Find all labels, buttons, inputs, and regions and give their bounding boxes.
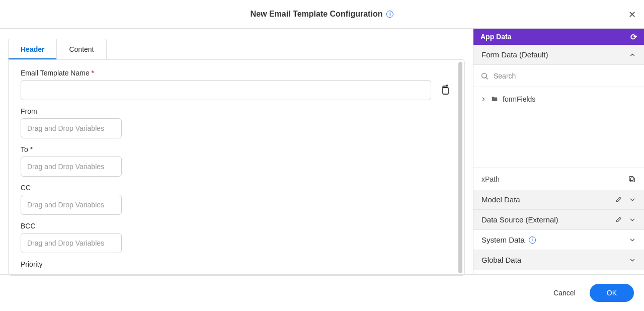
svg-rect-4 [629, 176, 633, 180]
from-input[interactable] [21, 118, 122, 138]
chevron-up-icon[interactable] [629, 51, 636, 58]
model-data-label: Model Data [481, 195, 520, 204]
edit-icon[interactable] [615, 216, 622, 223]
chevron-down-icon[interactable] [629, 257, 636, 264]
bcc-input[interactable] [21, 233, 122, 253]
copy-icon[interactable] [438, 83, 452, 97]
system-data-label: System Data [481, 236, 525, 244]
global-data-label: Global Data [481, 256, 521, 264]
form-panel: Email Template Name From [8, 59, 465, 276]
copy-xpath-icon[interactable] [628, 175, 636, 183]
xpath-label: xPath [481, 175, 500, 183]
section-form-data[interactable]: Form Data (Default) [473, 45, 644, 65]
tree-item-formfields[interactable]: formFields [478, 93, 639, 105]
to-label: To [21, 145, 452, 153]
bcc-label: BCC [21, 222, 452, 230]
page-title: New Email Template Configuration [251, 10, 383, 19]
cc-input[interactable] [21, 195, 122, 215]
ok-button[interactable]: OK [590, 284, 634, 302]
info-icon[interactable]: i [529, 237, 536, 244]
section-data-source[interactable]: Data Source (External) [473, 210, 644, 230]
folder-icon [491, 96, 499, 103]
scrollbar[interactable] [458, 62, 462, 273]
svg-rect-0 [443, 88, 448, 94]
section-global-data[interactable]: Global Data [473, 250, 644, 270]
cancel-button[interactable]: Cancel [553, 289, 576, 297]
chevron-right-icon[interactable] [480, 96, 487, 102]
svg-rect-3 [630, 178, 634, 182]
refresh-icon[interactable]: ⟳ [630, 32, 637, 42]
chevron-down-icon[interactable] [629, 216, 636, 223]
search-input[interactable] [494, 72, 637, 80]
from-label: From [21, 107, 452, 115]
cc-label: CC [21, 184, 452, 192]
to-input[interactable] [21, 157, 122, 177]
tab-content[interactable]: Content [57, 39, 106, 59]
info-icon[interactable]: i [386, 11, 393, 18]
data-source-label: Data Source (External) [481, 215, 558, 224]
close-icon[interactable]: ✕ [628, 9, 636, 20]
search-icon [480, 72, 489, 80]
chevron-down-icon[interactable] [629, 196, 636, 203]
template-name-label: Email Template Name [21, 69, 452, 77]
form-data-label: Form Data (Default) [481, 50, 548, 59]
tabs: Header Content [8, 39, 107, 60]
tab-header[interactable]: Header [9, 39, 57, 59]
template-name-input[interactable] [21, 80, 431, 100]
edit-icon[interactable] [615, 196, 622, 203]
chevron-down-icon[interactable] [629, 237, 636, 244]
priority-label: Priority [21, 260, 452, 268]
section-system-data[interactable]: System Data i [473, 230, 644, 250]
svg-line-2 [486, 77, 488, 79]
section-model-data[interactable]: Model Data [473, 190, 644, 210]
tree-item-label: formFields [503, 95, 535, 103]
app-data-title: App Data [480, 33, 511, 41]
